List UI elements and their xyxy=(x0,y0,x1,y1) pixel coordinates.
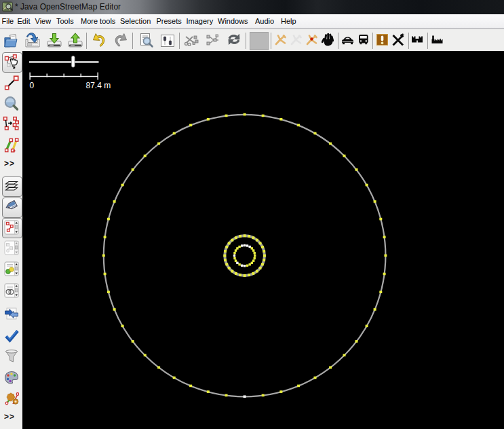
svg-text:0: 0 xyxy=(30,81,35,90)
svg-text:87.4 m: 87.4 m xyxy=(86,81,111,90)
